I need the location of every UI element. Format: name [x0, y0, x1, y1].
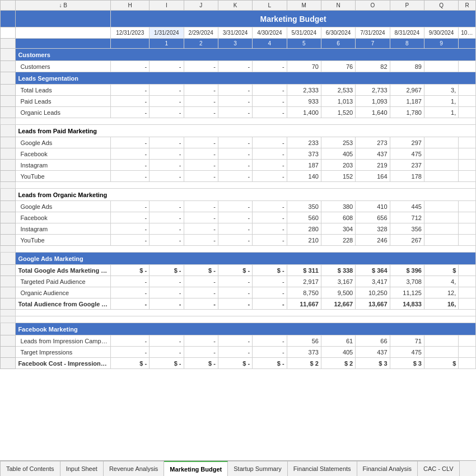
- google-ads-organic-row: Google Ads - - - - - 350 380 410 445: [1, 201, 476, 212]
- igp-l: -: [253, 160, 287, 171]
- fbo-q: [424, 212, 458, 223]
- oa-j: -: [184, 287, 218, 298]
- gap-h: -: [111, 137, 150, 148]
- ytp-k: -: [218, 171, 252, 182]
- tab-revenue-analysis[interactable]: Revenue Analysis: [104, 461, 164, 476]
- row-num: [1, 27, 16, 39]
- customers-section-label: Customers: [16, 49, 476, 61]
- ytp-i: -: [150, 171, 184, 182]
- num-p: 8: [390, 39, 424, 49]
- num-h: [111, 39, 150, 49]
- yto-p: 267: [390, 235, 424, 246]
- leads-impression-label: Leads from Impression Campaign: [16, 335, 111, 347]
- pl-i: -: [150, 96, 184, 107]
- oa-m: 8,750: [287, 287, 321, 298]
- customers-label: Customers: [16, 61, 111, 72]
- fci-o: $ 3: [356, 358, 390, 369]
- row-num: [1, 212, 16, 223]
- tpa-k: -: [218, 276, 252, 287]
- spacer1: [1, 118, 476, 125]
- yto-j: -: [184, 235, 218, 246]
- date-o: 7/31/2024: [356, 27, 390, 39]
- tab-input-sheet-label: Input Sheet: [66, 465, 97, 472]
- tag-l: -: [253, 298, 287, 310]
- spacer4: [1, 310, 476, 316]
- date-m: 5/31/2024: [287, 27, 321, 39]
- tag-n: 12,667: [321, 298, 355, 310]
- row-num: [1, 11, 16, 27]
- ti-p: 475: [390, 347, 424, 358]
- pl-n: 1,013: [321, 96, 355, 107]
- gap-k: -: [218, 137, 252, 148]
- tag-i: -: [150, 298, 184, 310]
- igo-i: -: [150, 223, 184, 235]
- title-label-cell: [16, 11, 111, 27]
- ti-o: 437: [356, 347, 390, 358]
- tab-marketing-budget[interactable]: Marketing Budget: [164, 461, 228, 476]
- total-leads-row: Total Leads - - - - - 2,333 2,533 2,733 …: [1, 85, 476, 96]
- lic-n: 61: [321, 335, 355, 347]
- num-o: 7: [356, 39, 390, 49]
- gap-o: 273: [356, 137, 390, 148]
- lic-p: 71: [390, 335, 424, 347]
- row-num: [1, 276, 16, 287]
- yto-m: 210: [287, 235, 321, 246]
- col-p-header: P: [390, 1, 424, 11]
- section-customers-header: Customers: [1, 49, 476, 61]
- tab-table-of-contents[interactable]: Table of Contents: [0, 461, 60, 476]
- tab-financial-analysis-label: Financial Analysis: [363, 465, 412, 472]
- ol-j: -: [184, 107, 218, 118]
- num-r: [459, 39, 476, 49]
- column-header-row: ↓ B H I J K L M N O P Q R: [1, 1, 476, 11]
- yto-r: [459, 235, 476, 246]
- pl-o: 1,093: [356, 96, 390, 107]
- tab-bar: Table of Contents Input Sheet Revenue An…: [0, 460, 476, 476]
- yto-q: [424, 235, 458, 246]
- lic-m: 56: [287, 335, 321, 347]
- row-num: [1, 137, 16, 148]
- fbp-p: 475: [390, 148, 424, 160]
- fci-n: $ 2: [321, 358, 355, 369]
- tab-startup-summary[interactable]: Startup Summary: [228, 461, 288, 476]
- tab-input-sheet[interactable]: Input Sheet: [60, 461, 104, 476]
- date-p: 8/31/2024: [390, 27, 424, 39]
- oa-p: 11,125: [390, 287, 424, 298]
- ol-h: -: [111, 107, 150, 118]
- row-num: [1, 253, 16, 265]
- tab-cac-clv[interactable]: CAC - CLV: [418, 461, 460, 476]
- ti-m: 373: [287, 347, 321, 358]
- tag-h: -: [111, 298, 150, 310]
- fbo-j: -: [184, 212, 218, 223]
- igp-o: 219: [356, 160, 390, 171]
- num-m: 5: [287, 39, 321, 49]
- row-num: [1, 160, 16, 171]
- tl-l: -: [253, 85, 287, 96]
- tpa-q: 4,: [424, 276, 458, 287]
- customers-l: -: [253, 61, 287, 72]
- col-n-header: N: [321, 1, 355, 11]
- igp-h: -: [111, 160, 150, 171]
- fci-p: $ 3: [390, 358, 424, 369]
- date-l: 4/30/2024: [253, 27, 287, 39]
- igo-j: -: [184, 223, 218, 235]
- row-num: [1, 107, 16, 118]
- tab-financial-statements[interactable]: Financial Statements: [288, 461, 357, 476]
- row-num: [1, 287, 16, 298]
- date-n: 6/30/2024: [321, 27, 355, 39]
- ytp-o: 164: [356, 171, 390, 182]
- targeted-paid-audience-label: Targeted Paid Audience: [16, 276, 111, 287]
- fci-r: [459, 358, 476, 369]
- tab-financial-analysis[interactable]: Financial Analysis: [357, 461, 418, 476]
- total-audience-google-label: Total Audience from Google Ads: [16, 298, 111, 310]
- row-num: [1, 323, 16, 335]
- col-m-header: M: [287, 1, 321, 11]
- row-num: [1, 125, 16, 137]
- igo-o: 328: [356, 223, 390, 235]
- row-num: [1, 171, 16, 182]
- igo-k: -: [218, 223, 252, 235]
- organic-leads-label: Organic Leads: [16, 107, 111, 118]
- fbo-k: -: [218, 212, 252, 223]
- lic-k: -: [218, 335, 252, 347]
- date-row: 12/31/2023 1/31/2024 2/29/2024 3/31/2024…: [1, 27, 476, 39]
- igo-p: 356: [390, 223, 424, 235]
